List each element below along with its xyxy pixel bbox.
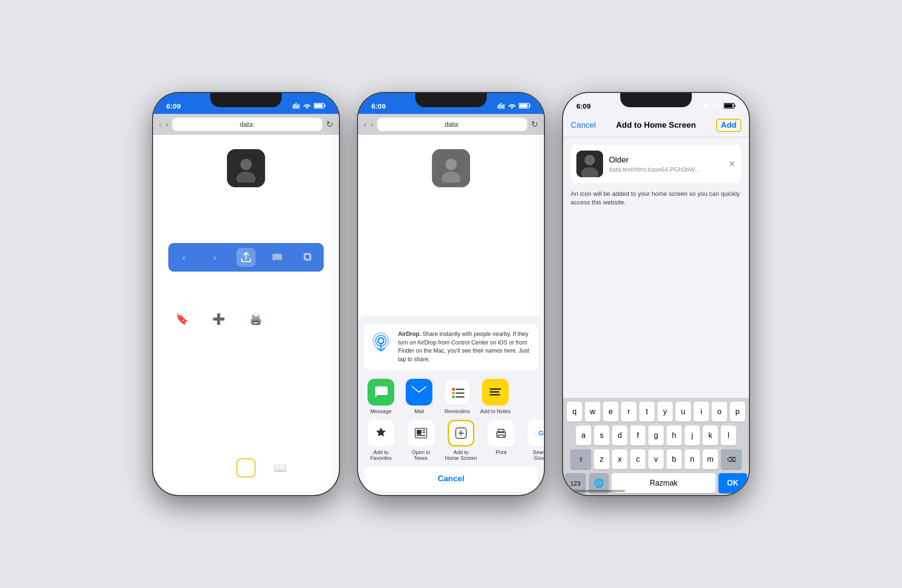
url-bar-2[interactable]: data: <box>377 118 527 131</box>
status-time-3: 6:09 <box>576 102 591 110</box>
key-s[interactable]: s <box>594 426 609 446</box>
share-reminders[interactable]: Reminders <box>442 379 472 414</box>
reload-btn-2[interactable]: ↻ <box>531 119 538 130</box>
reload-btn-1[interactable]: ↻ <box>326 119 333 130</box>
key-f[interactable]: f <box>630 426 646 446</box>
svg-point-26 <box>452 395 455 398</box>
bottom-bookmarks-1[interactable]: 📖 <box>271 458 290 477</box>
shortcut-subtitle-2: Add shortcut to home screen <box>405 211 497 219</box>
shortcut-content-1: Play an Album Add shortcut to home scree… <box>153 135 339 243</box>
key-ok[interactable]: OK <box>718 473 747 493</box>
key-m[interactable]: m <box>703 449 718 469</box>
aths-cancel-button[interactable]: Cancel <box>571 121 596 130</box>
mail-label: Mail <box>414 408 424 414</box>
key-space[interactable]: Razmak <box>612 473 716 493</box>
open-news-action[interactable]: Open inNews <box>404 420 438 461</box>
key-b[interactable]: b <box>666 449 682 469</box>
phone-1: 6:09 ‹ › data: ↻ <box>153 93 339 495</box>
status-icons-3 <box>703 103 736 109</box>
key-v[interactable]: v <box>648 449 664 469</box>
url-bar-1[interactable]: data: <box>172 118 322 131</box>
aths-description: An icon will be added to your home scree… <box>571 190 741 207</box>
news-label: Open inNews <box>412 449 430 461</box>
aths-app-icon <box>576 151 603 177</box>
key-k[interactable]: k <box>703 426 718 446</box>
key-r[interactable]: r <box>621 402 636 422</box>
tb-share-1[interactable] <box>236 248 256 267</box>
key-d[interactable]: d <box>612 426 627 446</box>
print-action-2[interactable]: Print <box>484 420 518 461</box>
search-google-box: G <box>528 420 544 446</box>
key-c[interactable]: c <box>630 449 646 469</box>
home-indicator-3 <box>563 490 625 492</box>
key-z[interactable]: z <box>594 449 609 469</box>
share-mail[interactable]: Mail <box>404 379 434 414</box>
message-label: Message <box>370 408 392 414</box>
add-home-screen-action[interactable]: Add toHome Screen <box>444 420 478 461</box>
app-name-input[interactable] <box>609 155 723 165</box>
share-message[interactable]: Message <box>366 379 396 414</box>
svg-rect-31 <box>490 388 501 390</box>
add-bookmark-item[interactable]: 🔖 AddBookmark <box>166 306 197 347</box>
svg-rect-2 <box>315 104 323 108</box>
aths-add-button[interactable]: Add <box>716 119 741 132</box>
action-row: Add toFavorites Open inNews <box>358 420 544 466</box>
key-w[interactable]: w <box>585 402 600 422</box>
tb-back-1[interactable]: ‹ <box>174 248 194 267</box>
airdrop-icon <box>370 330 391 351</box>
key-t[interactable]: t <box>639 402 655 422</box>
notch-2 <box>415 93 487 107</box>
print-label-2: Print <box>496 449 507 455</box>
kb-row-1: q w e r t y u i o p <box>565 402 747 422</box>
bottom-share-1[interactable] <box>236 458 256 477</box>
status-time-1: 6:09 <box>166 102 181 110</box>
key-j[interactable]: j <box>685 426 700 446</box>
bottom-back-1[interactable]: ‹ <box>168 458 187 477</box>
shortcut-icon-1 <box>227 149 265 187</box>
safari-toolbar-1: ‹ › 📖 <box>168 243 324 272</box>
key-g[interactable]: g <box>648 426 664 446</box>
back-btn-1[interactable]: ‹ <box>159 120 162 130</box>
home-indicator-1 <box>215 483 277 486</box>
app-url: data:text/html;base64,PGh0bW... <box>609 166 723 173</box>
bottom-tabs-1[interactable] <box>305 458 324 477</box>
key-h[interactable]: h <box>666 426 682 446</box>
print-item-1[interactable]: 🖨️ Print <box>240 306 271 347</box>
key-shift[interactable]: ⇧ <box>570 449 591 469</box>
message-icon <box>368 379 394 406</box>
instruction-1: 1 Tap on the bottom of the screen. <box>161 281 331 293</box>
add-home-screen-item-1[interactable]: ➕ Add toHome Screen <box>203 306 235 347</box>
shortcut-icon-2 <box>432 149 470 187</box>
svg-rect-23 <box>448 383 467 402</box>
key-p[interactable]: p <box>730 402 745 422</box>
key-n[interactable]: n <box>685 449 700 469</box>
key-y[interactable]: y <box>657 402 673 422</box>
key-l[interactable]: l <box>721 426 736 446</box>
key-i[interactable]: i <box>694 402 709 422</box>
share-sheet: AirDrop. Share instantly with people nea… <box>358 316 544 495</box>
key-a[interactable]: a <box>576 426 591 446</box>
key-u[interactable]: u <box>676 402 691 422</box>
shortcut-content-2: Play an Album Add shortcut to home scree… <box>358 135 544 243</box>
key-e[interactable]: e <box>603 402 618 422</box>
forward-btn-1[interactable]: › <box>165 120 168 130</box>
kb-row-3: ⇧ z x c v b n m ⌫ <box>565 449 747 469</box>
cancel-button-2[interactable]: Cancel <box>364 466 538 491</box>
search-google-action[interactable]: G SearchGoo... <box>524 420 544 461</box>
favorites-label: Add toFavorites <box>370 449 391 461</box>
tb-forward-1[interactable]: › <box>205 248 225 267</box>
clear-icon[interactable]: ✕ <box>728 159 736 169</box>
tb-tabs-1[interactable] <box>298 248 318 267</box>
svg-rect-12 <box>520 104 528 108</box>
key-q[interactable]: q <box>567 402 582 422</box>
share-notes[interactable]: Add to Notes <box>480 379 511 414</box>
key-o[interactable]: o <box>712 402 727 422</box>
svg-rect-48 <box>735 105 736 107</box>
tb-bookmarks-1[interactable]: 📖 <box>267 248 287 267</box>
svg-rect-49 <box>725 104 733 108</box>
add-favorites-action[interactable]: Add toFavorites <box>364 420 398 461</box>
key-x[interactable]: x <box>612 449 627 469</box>
key-delete[interactable]: ⌫ <box>721 449 742 469</box>
more-item-1[interactable]: ··· More <box>277 306 307 347</box>
bottom-forward-1[interactable]: › <box>202 458 221 477</box>
